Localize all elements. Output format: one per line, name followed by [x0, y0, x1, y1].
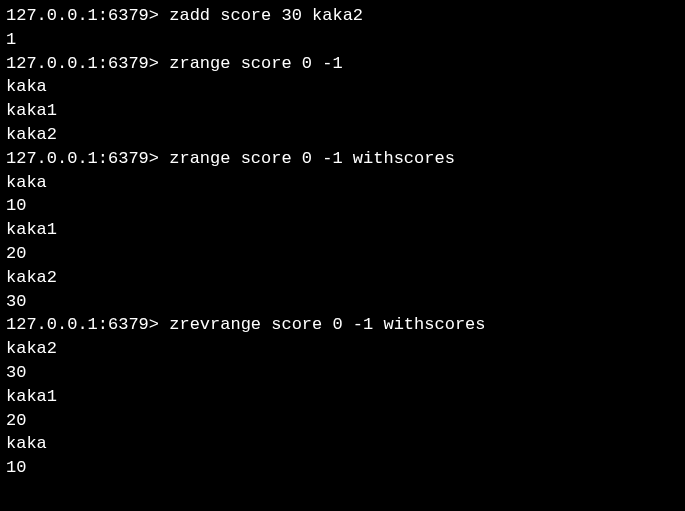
output-line: 10: [6, 456, 679, 480]
command-line: 127.0.0.1:6379> zrevrange score 0 -1 wit…: [6, 313, 679, 337]
output-line: kaka2: [6, 337, 679, 361]
output-line: 20: [6, 242, 679, 266]
output-text: kaka2: [6, 125, 57, 144]
output-line: kaka1: [6, 99, 679, 123]
command-text: zrange score 0 -1: [169, 54, 342, 73]
output-text: kaka: [6, 434, 47, 453]
output-text: kaka1: [6, 220, 57, 239]
terminal[interactable]: 127.0.0.1:6379> zadd score 30 kaka21127.…: [6, 4, 679, 480]
output-text: kaka: [6, 77, 47, 96]
output-line: kaka1: [6, 385, 679, 409]
command-line: 127.0.0.1:6379> zrange score 0 -1 withsc…: [6, 147, 679, 171]
command-line: 127.0.0.1:6379> zadd score 30 kaka2: [6, 4, 679, 28]
output-line: 30: [6, 361, 679, 385]
output-line: kaka1: [6, 218, 679, 242]
output-line: kaka: [6, 432, 679, 456]
output-line: 20: [6, 409, 679, 433]
output-text: 20: [6, 244, 26, 263]
output-line: kaka: [6, 171, 679, 195]
output-text: 20: [6, 411, 26, 430]
output-line: 1: [6, 28, 679, 52]
output-line: kaka: [6, 75, 679, 99]
output-line: 30: [6, 290, 679, 314]
output-text: kaka1: [6, 101, 57, 120]
output-text: 30: [6, 292, 26, 311]
prompt: 127.0.0.1:6379>: [6, 54, 169, 73]
output-line: kaka2: [6, 266, 679, 290]
output-text: 10: [6, 458, 26, 477]
output-text: kaka2: [6, 268, 57, 287]
command-text: zrevrange score 0 -1 withscores: [169, 315, 485, 334]
output-text: 1: [6, 30, 16, 49]
command-text: zadd score 30 kaka2: [169, 6, 363, 25]
command-line: 127.0.0.1:6379> zrange score 0 -1: [6, 52, 679, 76]
prompt: 127.0.0.1:6379>: [6, 315, 169, 334]
output-text: kaka: [6, 173, 47, 192]
output-text: kaka1: [6, 387, 57, 406]
output-line: kaka2: [6, 123, 679, 147]
prompt: 127.0.0.1:6379>: [6, 6, 169, 25]
output-line: 10: [6, 194, 679, 218]
output-text: 10: [6, 196, 26, 215]
prompt: 127.0.0.1:6379>: [6, 149, 169, 168]
output-text: kaka2: [6, 339, 57, 358]
command-text: zrange score 0 -1 withscores: [169, 149, 455, 168]
output-text: 30: [6, 363, 26, 382]
